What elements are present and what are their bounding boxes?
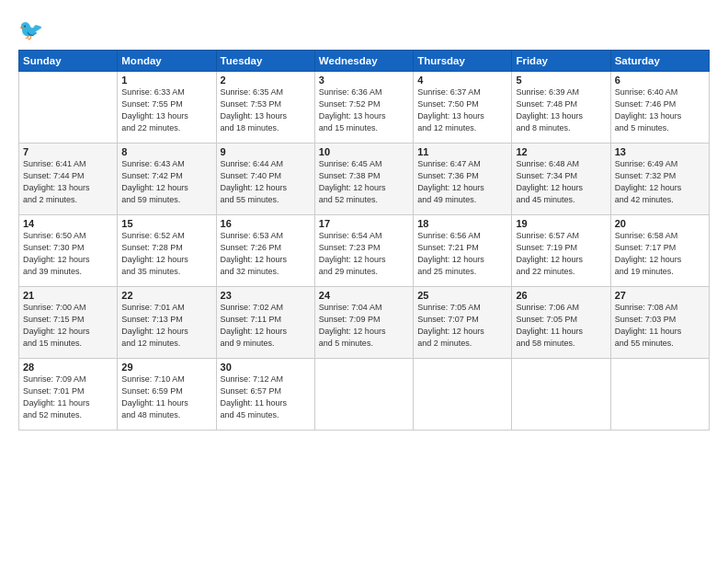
calendar-cell: 10Sunrise: 6:45 AM Sunset: 7:38 PM Dayli… (314, 144, 413, 215)
day-number: 4 (417, 75, 507, 86)
day-info: Sunrise: 6:40 AM Sunset: 7:46 PM Dayligh… (615, 86, 705, 134)
calendar-cell: 12Sunrise: 6:48 AM Sunset: 7:34 PM Dayli… (512, 144, 610, 215)
calendar-cell (314, 359, 413, 431)
calendar-cell (610, 359, 709, 431)
calendar-cell: 29Sunrise: 7:10 AM Sunset: 6:59 PM Dayli… (118, 359, 216, 431)
day-info: Sunrise: 7:10 AM Sunset: 6:59 PM Dayligh… (121, 373, 211, 421)
header-area: 🐦 (18, 17, 710, 42)
calendar-cell: 8Sunrise: 6:43 AM Sunset: 7:42 PM Daylig… (118, 144, 216, 215)
day-info: Sunrise: 6:35 AM Sunset: 7:53 PM Dayligh… (221, 86, 311, 134)
day-info: Sunrise: 6:44 AM Sunset: 7:40 PM Dayligh… (221, 158, 311, 206)
calendar-cell: 18Sunrise: 6:56 AM Sunset: 7:21 PM Dayli… (414, 215, 512, 287)
calendar-cell (414, 359, 512, 431)
calendar-cell: 28Sunrise: 7:09 AM Sunset: 7:01 PM Dayli… (19, 359, 118, 431)
day-number: 20 (615, 218, 705, 229)
day-number: 18 (417, 218, 507, 229)
calendar-cell: 25Sunrise: 7:05 AM Sunset: 7:07 PM Dayli… (414, 287, 512, 359)
day-info: Sunrise: 7:02 AM Sunset: 7:11 PM Dayligh… (221, 302, 311, 350)
calendar-cell: 1Sunrise: 6:33 AM Sunset: 7:55 PM Daylig… (118, 72, 216, 144)
week-row-4: 21Sunrise: 7:00 AM Sunset: 7:15 PM Dayli… (19, 287, 710, 359)
day-info: Sunrise: 6:58 AM Sunset: 7:17 PM Dayligh… (615, 230, 705, 278)
week-row-2: 7Sunrise: 6:41 AM Sunset: 7:44 PM Daylig… (19, 144, 710, 215)
day-number: 30 (221, 362, 311, 373)
calendar-cell: 22Sunrise: 7:01 AM Sunset: 7:13 PM Dayli… (118, 287, 216, 359)
weekday-header-friday: Friday (512, 51, 610, 72)
day-info: Sunrise: 6:57 AM Sunset: 7:19 PM Dayligh… (516, 230, 606, 278)
calendar-cell: 4Sunrise: 6:37 AM Sunset: 7:50 PM Daylig… (414, 72, 512, 144)
day-info: Sunrise: 6:54 AM Sunset: 7:23 PM Dayligh… (319, 230, 409, 278)
day-info: Sunrise: 6:45 AM Sunset: 7:38 PM Dayligh… (319, 158, 409, 206)
calendar-cell: 15Sunrise: 6:52 AM Sunset: 7:28 PM Dayli… (118, 215, 216, 287)
day-info: Sunrise: 6:37 AM Sunset: 7:50 PM Dayligh… (417, 86, 507, 134)
calendar-cell: 14Sunrise: 6:50 AM Sunset: 7:30 PM Dayli… (19, 215, 118, 287)
calendar-table: SundayMondayTuesdayWednesdayThursdayFrid… (18, 50, 710, 431)
calendar-cell: 5Sunrise: 6:39 AM Sunset: 7:48 PM Daylig… (512, 72, 610, 144)
day-info: Sunrise: 7:05 AM Sunset: 7:07 PM Dayligh… (417, 302, 507, 350)
calendar-cell: 23Sunrise: 7:02 AM Sunset: 7:11 PM Dayli… (216, 287, 314, 359)
day-info: Sunrise: 7:01 AM Sunset: 7:13 PM Dayligh… (121, 302, 211, 350)
day-number: 12 (516, 146, 606, 157)
day-number: 9 (221, 146, 311, 157)
day-number: 27 (615, 290, 705, 301)
calendar-cell: 17Sunrise: 6:54 AM Sunset: 7:23 PM Dayli… (314, 215, 413, 287)
day-number: 14 (23, 218, 113, 229)
day-number: 26 (516, 290, 606, 301)
day-number: 10 (319, 146, 409, 157)
calendar-cell: 9Sunrise: 6:44 AM Sunset: 7:40 PM Daylig… (216, 144, 314, 215)
calendar-cell: 2Sunrise: 6:35 AM Sunset: 7:53 PM Daylig… (216, 72, 314, 144)
calendar-cell: 11Sunrise: 6:47 AM Sunset: 7:36 PM Dayli… (414, 144, 512, 215)
day-number: 5 (516, 75, 606, 86)
day-info: Sunrise: 6:36 AM Sunset: 7:52 PM Dayligh… (319, 86, 409, 134)
day-info: Sunrise: 6:47 AM Sunset: 7:36 PM Dayligh… (417, 158, 507, 206)
day-number: 16 (221, 218, 311, 229)
logo-bird-icon: 🐦 (18, 17, 44, 42)
day-number: 6 (615, 75, 705, 86)
day-info: Sunrise: 6:43 AM Sunset: 7:42 PM Dayligh… (121, 158, 211, 206)
day-number: 29 (121, 362, 211, 373)
page: 🐦 SundayMondayTuesdayWednesdayThursdayFr… (0, 0, 728, 563)
day-number: 8 (121, 146, 211, 157)
day-info: Sunrise: 6:49 AM Sunset: 7:32 PM Dayligh… (615, 158, 705, 206)
calendar-cell: 13Sunrise: 6:49 AM Sunset: 7:32 PM Dayli… (610, 144, 709, 215)
day-number: 3 (319, 75, 409, 86)
day-info: Sunrise: 6:41 AM Sunset: 7:44 PM Dayligh… (23, 158, 113, 206)
day-number: 22 (121, 290, 211, 301)
day-info: Sunrise: 6:48 AM Sunset: 7:34 PM Dayligh… (516, 158, 606, 206)
week-row-5: 28Sunrise: 7:09 AM Sunset: 7:01 PM Dayli… (19, 359, 710, 431)
weekday-header-sunday: Sunday (19, 51, 118, 72)
day-number: 7 (23, 146, 113, 157)
day-number: 28 (23, 362, 113, 373)
weekday-header-thursday: Thursday (414, 51, 512, 72)
day-number: 15 (121, 218, 211, 229)
calendar-cell: 7Sunrise: 6:41 AM Sunset: 7:44 PM Daylig… (19, 144, 118, 215)
day-info: Sunrise: 7:04 AM Sunset: 7:09 PM Dayligh… (319, 302, 409, 350)
day-number: 13 (615, 146, 705, 157)
day-info: Sunrise: 7:09 AM Sunset: 7:01 PM Dayligh… (23, 373, 113, 421)
calendar-cell (19, 72, 118, 144)
day-info: Sunrise: 6:33 AM Sunset: 7:55 PM Dayligh… (121, 86, 211, 134)
calendar-cell: 24Sunrise: 7:04 AM Sunset: 7:09 PM Dayli… (314, 287, 413, 359)
calendar-cell: 21Sunrise: 7:00 AM Sunset: 7:15 PM Dayli… (19, 287, 118, 359)
day-number: 11 (417, 146, 507, 157)
week-row-1: 1Sunrise: 6:33 AM Sunset: 7:55 PM Daylig… (19, 72, 710, 144)
day-number: 1 (121, 75, 211, 86)
calendar-cell: 27Sunrise: 7:08 AM Sunset: 7:03 PM Dayli… (610, 287, 709, 359)
day-number: 23 (221, 290, 311, 301)
svg-text:🐦: 🐦 (18, 17, 44, 42)
calendar-cell: 3Sunrise: 6:36 AM Sunset: 7:52 PM Daylig… (314, 72, 413, 144)
day-number: 25 (417, 290, 507, 301)
calendar-cell: 16Sunrise: 6:53 AM Sunset: 7:26 PM Dayli… (216, 215, 314, 287)
week-row-3: 14Sunrise: 6:50 AM Sunset: 7:30 PM Dayli… (19, 215, 710, 287)
weekday-header-monday: Monday (118, 51, 216, 72)
day-number: 24 (319, 290, 409, 301)
day-info: Sunrise: 6:56 AM Sunset: 7:21 PM Dayligh… (417, 230, 507, 278)
day-number: 19 (516, 218, 606, 229)
calendar-cell: 20Sunrise: 6:58 AM Sunset: 7:17 PM Dayli… (610, 215, 709, 287)
day-number: 21 (23, 290, 113, 301)
weekday-header-wednesday: Wednesday (314, 51, 413, 72)
day-info: Sunrise: 6:52 AM Sunset: 7:28 PM Dayligh… (121, 230, 211, 278)
weekday-header-tuesday: Tuesday (216, 51, 314, 72)
day-info: Sunrise: 7:08 AM Sunset: 7:03 PM Dayligh… (615, 302, 705, 350)
calendar-cell: 26Sunrise: 7:06 AM Sunset: 7:05 PM Dayli… (512, 287, 610, 359)
calendar-cell (512, 359, 610, 431)
